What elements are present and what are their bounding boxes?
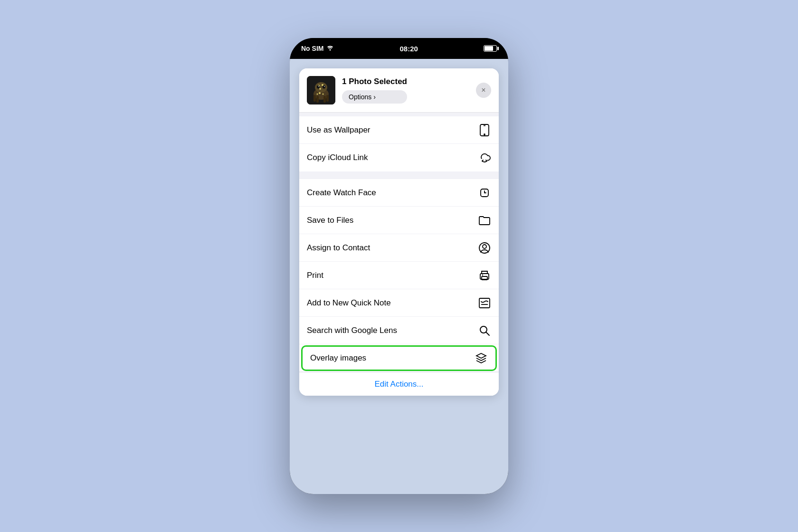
copy-icloud-link-label: Copy iCloud Link	[307, 153, 368, 162]
svg-rect-13	[316, 96, 319, 103]
assign-to-contact-label: Assign to Contact	[307, 243, 370, 253]
edit-actions-row: Edit Actions...	[299, 373, 499, 396]
menu-item-save-to-files[interactable]: Save to Files	[299, 207, 499, 234]
save-to-files-label: Save to Files	[307, 216, 353, 225]
menu-item-add-to-quick-note[interactable]: Add to New Quick Note	[299, 289, 499, 317]
layers-icon	[475, 352, 488, 365]
overlay-images-label: Overlay images	[310, 353, 366, 363]
close-button[interactable]: ×	[476, 83, 491, 98]
svg-point-21	[484, 134, 485, 135]
folder-icon	[478, 214, 491, 227]
svg-point-28	[483, 245, 486, 248]
svg-point-0	[330, 49, 331, 51]
svg-point-8	[317, 86, 320, 89]
photo-thumbnail	[307, 76, 335, 104]
share-sheet: 1 Photo Selected Options › × Use as Wall…	[299, 68, 499, 396]
svg-rect-14	[323, 96, 326, 103]
print-icon	[478, 269, 491, 282]
menu-item-use-as-wallpaper[interactable]: Use as Wallpaper	[299, 116, 499, 144]
svg-rect-12	[314, 95, 316, 102]
menu-item-copy-icloud-link[interactable]: Copy iCloud Link	[299, 144, 499, 171]
contact-icon	[478, 241, 491, 255]
menu-divider	[299, 171, 499, 175]
menu-section-2: Create Watch Face Save to Files	[299, 179, 499, 371]
svg-point-16	[319, 92, 321, 94]
svg-point-17	[323, 94, 324, 95]
quick-note-icon	[478, 296, 491, 310]
add-to-quick-note-label: Add to New Quick Note	[307, 298, 391, 308]
menu-item-overlay-images[interactable]: Overlay images	[301, 345, 497, 371]
status-bar: No SIM 08:20	[290, 38, 508, 59]
menu-item-search-google-lens[interactable]: Search with Google Lens	[299, 317, 499, 344]
svg-point-6	[319, 88, 321, 90]
status-left: No SIM	[301, 45, 334, 52]
svg-rect-15	[326, 95, 329, 102]
use-as-wallpaper-label: Use as Wallpaper	[307, 125, 370, 135]
options-button[interactable]: Options ›	[342, 90, 407, 104]
wifi-icon	[326, 45, 334, 52]
svg-line-35	[486, 332, 489, 335]
svg-point-10	[318, 86, 319, 87]
edit-actions-link[interactable]: Edit Actions...	[375, 380, 424, 389]
share-header-left: 1 Photo Selected Options ›	[307, 76, 407, 104]
menu-item-print[interactable]: Print	[299, 262, 499, 289]
print-label: Print	[307, 271, 323, 280]
time-display: 08:20	[400, 45, 418, 53]
phone-icon	[478, 124, 491, 137]
menu-item-create-watch-face[interactable]: Create Watch Face	[299, 179, 499, 207]
status-right	[484, 45, 497, 52]
svg-point-18	[317, 94, 318, 95]
battery-icon	[484, 45, 497, 52]
menu-item-assign-to-contact[interactable]: Assign to Contact	[299, 234, 499, 262]
menu-section-1: Use as Wallpaper Copy iCloud Link	[299, 116, 499, 171]
carrier-text: No SIM	[301, 45, 323, 52]
share-title-group: 1 Photo Selected Options ›	[342, 77, 407, 104]
create-watch-face-label: Create Watch Face	[307, 188, 376, 198]
share-header: 1 Photo Selected Options › ×	[299, 68, 499, 113]
svg-point-9	[323, 86, 325, 89]
phone-frame: No SIM 08:20	[290, 38, 508, 494]
watch-icon	[478, 186, 491, 200]
phone-content: 1 Photo Selected Options › × Use as Wall…	[290, 59, 508, 494]
cloud-link-icon	[478, 151, 491, 164]
svg-point-11	[324, 86, 325, 87]
share-title: 1 Photo Selected	[342, 77, 407, 86]
search-google-lens-label: Search with Google Lens	[307, 326, 397, 335]
search-icon	[478, 324, 491, 337]
svg-point-3	[315, 82, 327, 93]
svg-rect-32	[479, 298, 490, 308]
